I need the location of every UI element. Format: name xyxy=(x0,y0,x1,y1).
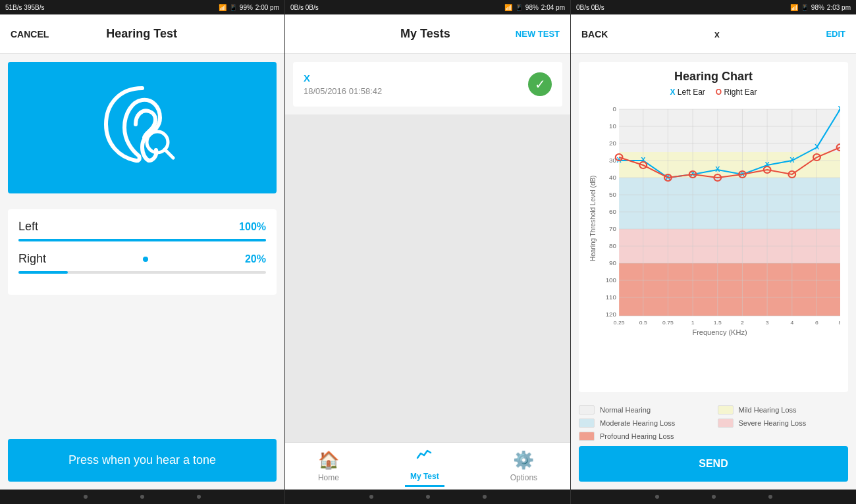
svg-text:50: 50 xyxy=(609,191,616,198)
svg-text:3: 3 xyxy=(766,319,769,324)
svg-text:8: 8 xyxy=(839,319,840,324)
send-button[interactable]: SEND xyxy=(579,446,848,482)
normal-hearing-legend: Normal Hearing xyxy=(579,405,710,415)
wifi-icon-2: 📶 xyxy=(504,4,512,11)
edit-button[interactable]: EDIT xyxy=(826,29,845,39)
svg-text:0: 0 xyxy=(612,106,616,113)
right-label: Right xyxy=(18,252,46,266)
signal-icon-2: 📱 xyxy=(515,4,523,11)
new-test-button[interactable]: NEW TEST xyxy=(516,29,560,39)
moderate-hearing-legend: Moderate Hearing Loss xyxy=(579,418,710,428)
bottom-bar-1 xyxy=(0,490,284,504)
svg-text:X: X xyxy=(715,166,720,173)
page-title-1: Hearing Test xyxy=(106,27,177,41)
cancel-button[interactable]: CANCEL xyxy=(11,29,49,39)
time-1: 2:00 pm xyxy=(255,4,279,11)
test-name: X xyxy=(304,72,382,84)
svg-text:0.25: 0.25 xyxy=(614,319,625,324)
bottom-bar-2 xyxy=(285,490,570,504)
battery-3: 98% xyxy=(811,4,824,11)
test-date: 18/05/2016 01:58:42 xyxy=(304,86,382,96)
chart-title: Hearing Chart xyxy=(587,70,840,84)
svg-text:6: 6 xyxy=(815,319,818,324)
svg-rect-3 xyxy=(619,152,840,178)
battery-1: 99% xyxy=(240,4,253,11)
right-progress-bar xyxy=(18,271,266,274)
svg-text:0.75: 0.75 xyxy=(662,319,674,324)
bottom-bar-3 xyxy=(571,490,856,504)
svg-text:80: 80 xyxy=(609,243,616,249)
status-bar-3: 0B/s 0B/s 📶 📱 98% 2:03 pm xyxy=(571,0,856,14)
hearing-chart-svg: 0 10 20 30 40 50 60 70 80 90 100 110 xyxy=(599,101,840,324)
wifi-icon-1: 📶 xyxy=(219,4,227,11)
svg-text:4: 4 xyxy=(790,319,793,324)
nav-bar-3: BACK x EDIT xyxy=(571,14,856,54)
nav-bar-2: My Tests NEW TEST xyxy=(285,14,570,54)
svg-text:60: 60 xyxy=(609,209,616,215)
press-tone-button[interactable]: Press when you hear a tone xyxy=(8,439,277,482)
nav-home[interactable]: 🏠 Home xyxy=(308,445,350,488)
nav-my-test[interactable]: My Test xyxy=(394,441,455,490)
svg-text:1: 1 xyxy=(691,319,695,324)
network-speed-1: 51B/s 395B/s xyxy=(5,4,44,11)
test-item[interactable]: X 18/05/2016 01:58:42 ✓ xyxy=(293,62,562,107)
svg-text:X: X xyxy=(789,157,794,164)
home-label: Home xyxy=(318,473,339,482)
time-3: 2:03 pm xyxy=(827,4,851,11)
status-bar-2: 0B/s 0B/s 📶 📱 98% 2:04 pm xyxy=(285,0,570,14)
status-bar-1: 51B/s 395B/s 📶 📱 99% 2:00 pm xyxy=(0,0,284,14)
svg-text:110: 110 xyxy=(606,294,616,301)
svg-text:X: X xyxy=(815,143,819,151)
test-item-info: X 18/05/2016 01:58:42 xyxy=(304,72,382,96)
chart-legend-top: X Left Ear O Right Ear xyxy=(587,88,840,97)
signal-icon-1: 📱 xyxy=(229,4,237,11)
ear-icon xyxy=(99,82,185,174)
chart-container: Hearing Chart X Left Ear O Right Ear Hea… xyxy=(579,62,848,392)
options-icon: ⚙️ xyxy=(513,450,534,470)
svg-text:20: 20 xyxy=(609,140,616,147)
severe-hearing-legend: Severe Hearing Loss xyxy=(718,418,849,428)
chart-legend-grid: Normal Hearing Mild Hearing Loss Moderat… xyxy=(579,405,848,441)
svg-text:2: 2 xyxy=(741,319,744,324)
home-icon: 🏠 xyxy=(318,450,339,470)
svg-text:10: 10 xyxy=(609,123,616,130)
svg-text:X: X xyxy=(838,105,840,113)
svg-text:0.5: 0.5 xyxy=(639,319,647,324)
left-progress-bar xyxy=(18,239,266,241)
signal-icon-3: 📱 xyxy=(801,4,809,11)
network-speed-2: 0B/s 0B/s xyxy=(290,4,319,11)
svg-rect-6 xyxy=(619,263,840,316)
mytest-icon xyxy=(415,446,434,469)
svg-text:40: 40 xyxy=(609,174,616,181)
svg-text:100: 100 xyxy=(606,277,616,284)
nav-options[interactable]: ⚙️ Options xyxy=(500,445,548,488)
right-ear-legend: O Right Ear xyxy=(716,88,757,97)
check-circle-icon: ✓ xyxy=(528,72,552,96)
battery-2: 98% xyxy=(525,4,539,11)
progress-section: Left 100% Right 20% xyxy=(8,209,277,295)
left-label: Left xyxy=(18,220,38,234)
options-label: Options xyxy=(510,473,537,482)
wifi-icon-3: 📶 xyxy=(790,4,798,11)
network-speed-3: 0B/s 0B/s xyxy=(576,4,604,11)
mild-hearing-legend: Mild Hearing Loss xyxy=(718,405,849,415)
svg-text:1.5: 1.5 xyxy=(714,319,722,324)
svg-rect-4 xyxy=(619,178,840,229)
svg-text:70: 70 xyxy=(609,226,616,232)
profound-hearing-legend: Profound Hearing Loss xyxy=(579,432,710,441)
time-2: 2:04 pm xyxy=(541,4,565,11)
left-ear-legend: X Left Ear xyxy=(670,88,705,97)
bottom-nav: 🏠 Home My Test ⚙️ Options xyxy=(285,442,570,490)
svg-rect-2 xyxy=(619,109,840,152)
close-button[interactable]: x xyxy=(714,29,720,39)
right-progress-row: Right 20% xyxy=(18,252,266,274)
y-axis-label: Hearing Threshold Level (dB) xyxy=(587,101,599,336)
nav-bar-1: CANCEL Hearing Test xyxy=(0,14,284,54)
page-title-2: My Tests xyxy=(400,27,450,41)
right-pct: 20% xyxy=(245,253,266,265)
svg-text:90: 90 xyxy=(609,260,616,266)
back-button[interactable]: BACK xyxy=(581,29,608,39)
x-axis-label: Frequency (KHz) xyxy=(599,328,840,336)
svg-line-1 xyxy=(165,149,173,158)
mytest-label: My Test xyxy=(410,472,439,481)
